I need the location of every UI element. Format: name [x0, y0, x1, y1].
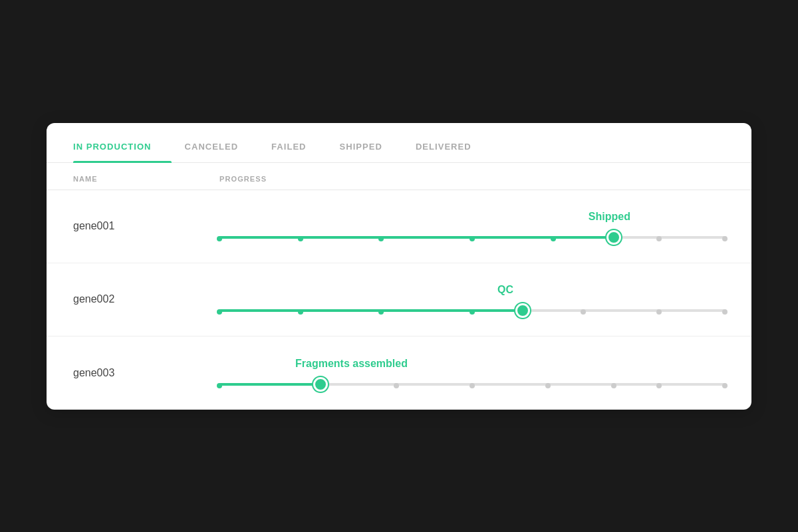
track-bg-gene003 [219, 383, 725, 386]
track-dot-gene003-0 [217, 383, 222, 388]
track-dot-gene002-1 [298, 309, 303, 315]
tab-canceled[interactable]: CANCELED [185, 123, 259, 162]
track-container-gene003 [219, 383, 725, 386]
current-marker-gene003 [313, 377, 328, 392]
track-bg-gene002 [219, 309, 725, 312]
tab-in-production[interactable]: IN PRODUCTION [73, 123, 172, 162]
stage-label-gene001: Shipped [589, 211, 630, 223]
column-progress-header: PROGRESS [219, 175, 725, 183]
track-dot-gene003-7 [722, 383, 728, 388]
progress-area-gene003: Fragments assembled [219, 351, 725, 395]
track-dot-gene002-7 [722, 309, 728, 315]
track-bg-gene001 [219, 236, 725, 239]
track-dot-gene003-2 [394, 383, 399, 388]
track-dot-gene001-1 [298, 236, 303, 241]
track-dot-gene003-4 [545, 383, 551, 388]
gene-row-gene003: gene003Fragments assembled [47, 336, 751, 410]
tab-shipped[interactable]: SHIPPED [340, 123, 402, 162]
track-dot-gene002-2 [378, 309, 384, 315]
track-fill-gene003 [219, 383, 321, 386]
track-dot-gene002-3 [469, 309, 475, 315]
stage-label-gene003: Fragments assembled [295, 358, 408, 370]
stage-label-gene002: QC [497, 284, 513, 296]
current-marker-gene002 [515, 303, 530, 318]
progress-area-gene002: QC [219, 277, 725, 321]
current-marker-gene001 [606, 230, 621, 245]
track-dot-gene001-2 [378, 236, 384, 241]
tab-failed[interactable]: FAILED [271, 123, 326, 162]
table-header: NAME PROGRESS [47, 163, 751, 190]
track-dot-gene003-6 [656, 383, 662, 388]
track-fill-gene002 [219, 309, 523, 312]
column-name-header: NAME [73, 175, 219, 183]
progress-area-gene001: Shipped [219, 204, 725, 248]
track-dot-gene001-4 [551, 236, 556, 241]
gene-name-gene002: gene002 [73, 293, 219, 305]
rows-container: gene001Shippedgene002QCgene003Fragments … [47, 190, 751, 410]
tabs-container: IN PRODUCTIONCANCELEDFAILEDSHIPPEDDELIVE… [47, 123, 751, 163]
track-container-gene002 [219, 309, 725, 312]
track-dot-gene003-3 [469, 383, 475, 388]
track-dot-gene002-6 [656, 309, 662, 315]
track-dot-gene001-6 [656, 236, 662, 241]
track-dot-gene001-0 [217, 236, 222, 241]
gene-name-gene001: gene001 [73, 220, 219, 232]
track-dot-gene001-3 [469, 236, 475, 241]
track-container-gene001 [219, 236, 725, 239]
track-dot-gene002-0 [217, 309, 222, 315]
gene-row-gene002: gene002QC [47, 263, 751, 336]
main-card: IN PRODUCTIONCANCELEDFAILEDSHIPPEDDELIVE… [47, 123, 751, 410]
tab-delivered[interactable]: DELIVERED [416, 123, 491, 162]
track-dot-gene003-5 [611, 383, 616, 388]
gene-name-gene003: gene003 [73, 367, 219, 379]
track-dot-gene001-7 [722, 236, 728, 241]
gene-row-gene001: gene001Shipped [47, 190, 751, 263]
track-dot-gene002-5 [581, 309, 586, 315]
